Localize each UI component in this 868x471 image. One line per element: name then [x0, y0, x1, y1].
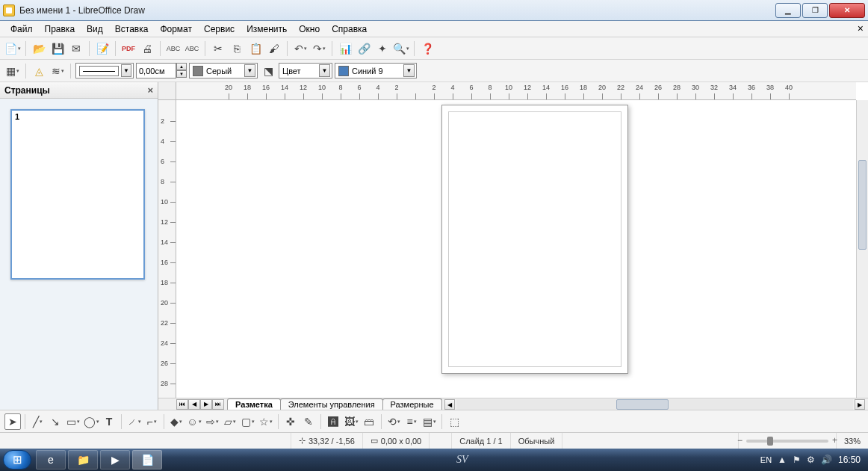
- arrange-tool[interactable]: ▤: [421, 413, 438, 430]
- email-button[interactable]: ✉: [68, 40, 84, 57]
- edit-file-button[interactable]: 📝: [94, 40, 111, 57]
- area-style-button[interactable]: ⬔: [260, 63, 276, 79]
- close-document-button[interactable]: ×: [858, 22, 864, 34]
- rectangle-tool[interactable]: ▭: [65, 413, 81, 430]
- flowchart-tool[interactable]: ▱: [222, 413, 238, 430]
- pages-panel-close-button[interactable]: ×: [147, 84, 153, 96]
- redo-button[interactable]: ↷: [311, 40, 327, 57]
- undo-button[interactable]: ↶: [292, 40, 309, 57]
- menu-window[interactable]: Окно: [293, 22, 326, 36]
- status-slide[interactable]: Слайд 1 / 1: [452, 433, 511, 449]
- grid-snap-button[interactable]: ▦: [4, 63, 21, 79]
- edit-points-tool[interactable]: ✜: [282, 413, 299, 430]
- menu-insert[interactable]: Вставка: [109, 22, 155, 36]
- copy-button[interactable]: ⎘: [229, 40, 245, 57]
- callout-tool[interactable]: ▢: [240, 413, 256, 430]
- tray-flag-icon[interactable]: ⚑: [793, 455, 801, 465]
- hscroll-left-button[interactable]: ◀: [444, 399, 455, 410]
- arrange-button[interactable]: ≋: [49, 63, 66, 79]
- vertical-ruler[interactable]: 246810121416182022242628: [158, 100, 176, 398]
- menu-file[interactable]: Файл: [4, 22, 39, 36]
- gallery-tool[interactable]: 🗃: [361, 413, 377, 430]
- zoom-in-icon[interactable]: +: [832, 435, 837, 446]
- zoom-slider[interactable]: − +: [746, 440, 828, 443]
- tray-volume-icon[interactable]: 🔊: [821, 455, 832, 465]
- line-color-combo[interactable]: Серый ▼: [189, 63, 258, 78]
- zoom-button[interactable]: 🔍: [393, 40, 409, 57]
- zoom-percent[interactable]: 33%: [837, 433, 868, 449]
- curve-tool[interactable]: ⟋: [125, 413, 142, 430]
- tray-show-hidden-icon[interactable]: ▲: [778, 455, 787, 465]
- menu-format[interactable]: Формат: [154, 22, 198, 36]
- paste-button[interactable]: 📋: [247, 40, 264, 57]
- align-tool[interactable]: ≡: [403, 413, 420, 430]
- menu-modify[interactable]: Изменить: [241, 22, 293, 36]
- window-minimize-button[interactable]: [775, 3, 801, 18]
- glue-points-button[interactable]: ◬: [31, 63, 47, 79]
- navigator-button[interactable]: ✦: [374, 40, 391, 57]
- from-file-tool[interactable]: 🖼: [343, 413, 359, 430]
- layer-tab-controls[interactable]: Элементы управления: [280, 398, 383, 410]
- vertical-scrollbar-thumb[interactable]: [858, 160, 867, 250]
- export-pdf-button[interactable]: PDF: [120, 40, 137, 57]
- zoom-out-icon[interactable]: −: [737, 435, 743, 446]
- taskbar-ie[interactable]: e: [36, 450, 66, 470]
- spellcheck-button[interactable]: ABC: [165, 40, 182, 57]
- menu-help[interactable]: Справка: [326, 22, 373, 36]
- print-button[interactable]: 🖨: [139, 40, 155, 57]
- basic-shapes-tool[interactable]: ◆: [168, 413, 185, 430]
- menu-tools[interactable]: Сервис: [198, 22, 241, 36]
- hscroll-right-button[interactable]: ▶: [855, 399, 865, 410]
- status-page-style[interactable]: Обычный: [511, 433, 563, 449]
- vertical-scrollbar[interactable]: [856, 100, 868, 398]
- layer-tab-dimensions[interactable]: Размерные: [382, 398, 442, 410]
- stars-tool[interactable]: ☆: [258, 413, 274, 430]
- window-maximize-button[interactable]: [802, 3, 828, 18]
- line-width-down[interactable]: ▼: [176, 70, 187, 78]
- tray-clock[interactable]: 16:50: [838, 455, 861, 465]
- line-width-up[interactable]: ▲: [176, 63, 187, 70]
- text-tool[interactable]: T: [101, 413, 117, 430]
- symbol-shapes-tool[interactable]: ☺: [186, 413, 202, 430]
- line-width-input[interactable]: [136, 63, 176, 78]
- fill-color-combo[interactable]: Синий 9 ▼: [335, 63, 417, 78]
- cut-button[interactable]: ✂: [210, 40, 226, 57]
- ellipse-tool[interactable]: ◯: [83, 413, 99, 430]
- drawing-page[interactable]: [441, 105, 628, 374]
- new-button[interactable]: 📄: [4, 40, 21, 57]
- zoom-slider-cell[interactable]: − +: [739, 433, 837, 449]
- page-thumbnail-1[interactable]: 1: [10, 109, 145, 280]
- block-arrows-tool[interactable]: ⇨: [204, 413, 220, 430]
- chart-button[interactable]: 📊: [337, 40, 353, 57]
- hyperlink-button[interactable]: 🔗: [356, 40, 372, 57]
- next-page-button[interactable]: ▶: [200, 399, 212, 410]
- arrow-line-tool[interactable]: ↘: [47, 413, 63, 430]
- rotate-tool[interactable]: ⟲: [385, 413, 402, 430]
- last-page-button[interactable]: ⏭: [212, 399, 224, 410]
- save-button[interactable]: 💾: [49, 40, 66, 57]
- menu-view[interactable]: Вид: [81, 22, 109, 36]
- help-button[interactable]: ❓: [419, 40, 435, 57]
- gluepoints-tool[interactable]: ✎: [300, 413, 317, 430]
- prev-page-button[interactable]: ◀: [188, 399, 200, 410]
- line-tool[interactable]: ╱: [29, 413, 46, 430]
- open-button[interactable]: 📂: [31, 40, 47, 57]
- window-close-button[interactable]: [829, 3, 865, 18]
- start-button[interactable]: [3, 450, 31, 470]
- horizontal-scrollbar[interactable]: ◀ ▶: [444, 398, 866, 410]
- zoom-slider-knob[interactable]: [767, 437, 773, 446]
- layer-tab-layout[interactable]: Разметка: [227, 398, 281, 410]
- select-tool[interactable]: ➤: [4, 413, 21, 430]
- menu-edit[interactable]: Правка: [39, 22, 81, 36]
- line-style-combo[interactable]: ▼: [75, 63, 134, 78]
- canvas-viewport[interactable]: [176, 100, 856, 398]
- taskbar-explorer[interactable]: 📁: [68, 450, 98, 470]
- connector-tool[interactable]: ⌐: [143, 413, 160, 430]
- extrusion-tool[interactable]: ⬚: [446, 413, 462, 430]
- first-page-button[interactable]: ⏮: [176, 399, 188, 410]
- fontwork-tool[interactable]: 🅰: [325, 413, 341, 430]
- auto-spellcheck-button[interactable]: ABC: [184, 40, 200, 57]
- format-paintbrush-button[interactable]: 🖌: [266, 40, 282, 57]
- tray-network-icon[interactable]: ⚙: [807, 455, 815, 465]
- hscroll-thumb[interactable]: [616, 399, 669, 410]
